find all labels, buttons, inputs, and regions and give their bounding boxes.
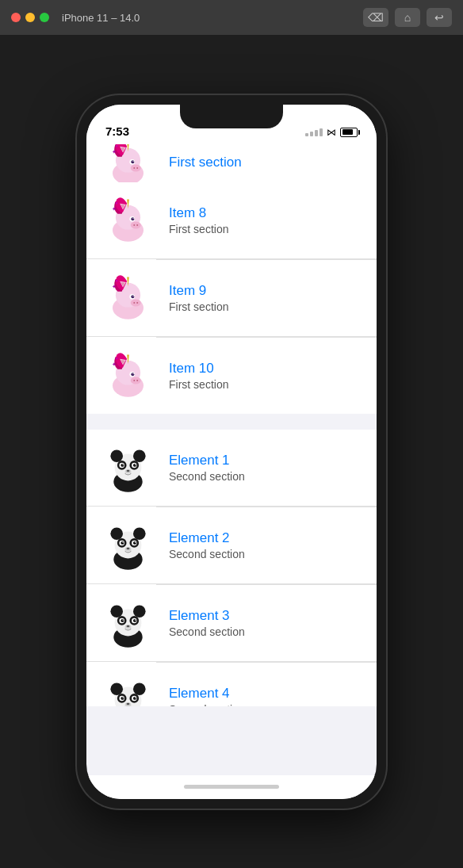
- signal-icon: [305, 128, 323, 136]
- svg-point-46: [132, 373, 133, 374]
- svg-point-63: [134, 465, 135, 465]
- svg-point-45: [131, 373, 134, 376]
- battery-icon: [340, 128, 358, 137]
- item-text: Element 2 Second section: [169, 530, 245, 560]
- item-title: Element 1: [169, 453, 245, 468]
- svg-point-36: [136, 302, 138, 304]
- item-title: Item 10: [169, 361, 228, 377]
- svg-point-34: [130, 299, 140, 306]
- svg-text:✦: ✦: [114, 144, 117, 148]
- svg-point-93: [126, 625, 129, 628]
- section-gap: [86, 422, 377, 430]
- home-button[interactable]: ⌂: [395, 8, 420, 27]
- svg-point-62: [122, 465, 123, 465]
- home-bar: [184, 785, 279, 789]
- list-item[interactable]: ✦ ✦: [86, 182, 377, 259]
- panda-icon: [99, 672, 156, 706]
- svg-point-19: [131, 217, 134, 220]
- item-subtitle: First section: [169, 223, 228, 235]
- toolbar-icons: ⌫ ⌂ ↩: [363, 8, 452, 27]
- item-text: Element 3 Second section: [169, 608, 245, 638]
- panda-icon: [99, 439, 156, 496]
- svg-point-82: [110, 605, 123, 618]
- svg-point-8: [130, 164, 140, 171]
- notch: [180, 105, 283, 128]
- svg-point-10: [136, 167, 138, 169]
- phone-wrapper: 7:53 ⋈: [77, 35, 386, 868]
- item-text: Item 8 First section: [169, 205, 228, 235]
- svg-point-83: [133, 605, 146, 618]
- first-section-block: ✦ ✦: [86, 144, 377, 414]
- traffic-lights: [11, 13, 49, 22]
- svg-point-104: [122, 698, 123, 698]
- item-text: Item 10 First section: [169, 361, 228, 391]
- svg-text:✦: ✦: [114, 201, 117, 205]
- svg-point-20: [132, 218, 133, 219]
- item-title: Item 9: [169, 283, 228, 299]
- item-subtitle: First section: [169, 378, 228, 391]
- item-title: First section: [169, 155, 242, 170]
- svg-point-55: [133, 449, 146, 462]
- svg-point-54: [110, 449, 123, 462]
- svg-text:✦: ✦: [111, 284, 116, 289]
- svg-point-96: [110, 683, 123, 695]
- list-item[interactable]: ✦ ✦: [86, 260, 377, 337]
- item-subtitle: Second section: [169, 625, 245, 638]
- list-item[interactable]: Element 1 Second section: [86, 430, 377, 507]
- unicorn-icon: ✦ ✦: [99, 270, 156, 327]
- svg-point-79: [126, 548, 129, 550]
- svg-point-68: [110, 527, 123, 540]
- home-indicator[interactable]: [86, 775, 377, 799]
- svg-point-9: [133, 167, 135, 169]
- list-item[interactable]: ✦ ✦: [86, 144, 377, 182]
- close-button[interactable]: [11, 13, 21, 22]
- svg-point-76: [122, 542, 123, 543]
- item-title: Element 3: [169, 608, 245, 624]
- partial-top-item: ✦ ✦: [86, 144, 377, 182]
- svg-point-103: [133, 697, 136, 700]
- svg-text:✦: ✦: [111, 206, 116, 212]
- svg-point-7: [132, 161, 133, 162]
- maximize-button[interactable]: [40, 13, 49, 22]
- phone-frame: 7:53 ⋈: [77, 95, 386, 809]
- scroll-content: ✦ ✦: [86, 144, 377, 775]
- status-right-icons: ⋈: [305, 127, 358, 138]
- svg-point-22: [133, 224, 135, 226]
- item-text: Element 4 Second section: [169, 686, 245, 706]
- screenshot-button[interactable]: ⌫: [363, 8, 388, 27]
- panda-icon: [99, 517, 156, 574]
- svg-text:✦: ✦: [111, 149, 116, 155]
- item-text: Item 9 First section: [169, 283, 228, 313]
- list-item[interactable]: ✦ ✦: [86, 338, 377, 414]
- svg-text:✦: ✦: [114, 357, 117, 361]
- list-item[interactable]: Element 3 Second section: [86, 585, 377, 662]
- svg-point-88: [121, 619, 124, 622]
- wifi-icon: ⋈: [327, 127, 336, 138]
- svg-point-74: [121, 541, 124, 545]
- svg-point-90: [122, 620, 123, 621]
- item-text: First section: [169, 155, 242, 172]
- partial-bottom-item: Element 4 Second section: [86, 663, 377, 706]
- svg-point-32: [131, 295, 134, 298]
- item-title: Item 8: [169, 205, 228, 221]
- status-bar: 7:53 ⋈: [86, 105, 377, 144]
- svg-point-60: [121, 464, 124, 467]
- svg-text:✦: ✦: [114, 279, 117, 283]
- svg-point-69: [133, 527, 146, 540]
- second-section-block: Element 1 Second section: [86, 430, 377, 706]
- list-item[interactable]: Element 4 Second section: [86, 663, 377, 706]
- item-title: Element 2: [169, 530, 245, 546]
- svg-point-97: [133, 683, 146, 695]
- svg-point-65: [126, 470, 129, 472]
- status-time: 7:53: [105, 124, 129, 138]
- rotate-button[interactable]: ↩: [427, 8, 452, 27]
- minimize-button[interactable]: [25, 13, 35, 22]
- svg-point-105: [134, 698, 135, 698]
- svg-point-6: [131, 160, 134, 163]
- panda-icon: [99, 595, 156, 652]
- svg-point-35: [133, 302, 135, 304]
- svg-point-47: [130, 377, 140, 384]
- device-name: iPhone 11 – 14.0: [62, 12, 357, 24]
- phone-screen: 7:53 ⋈: [86, 105, 377, 799]
- list-item[interactable]: Element 2 Second section: [86, 507, 377, 584]
